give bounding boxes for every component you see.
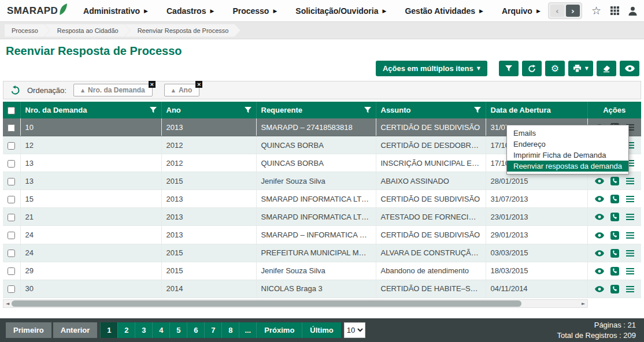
menu-processo[interactable]: Processo▶ (232, 6, 277, 16)
menu-gestao-atividades[interactable]: Gestão Atividades▶ (405, 6, 483, 16)
back-icon[interactable]: ‹ (550, 5, 564, 17)
menu-cadastros[interactable]: Cadastros▶ (166, 6, 214, 16)
row-checkbox[interactable] (8, 142, 15, 150)
contact-phone-icon[interactable] (610, 177, 619, 185)
favorites-button[interactable]: ☆ (591, 5, 601, 16)
settings-button[interactable]: ⚙ (545, 61, 565, 76)
table-row[interactable]: 13 2015 Jenifer Souza Silva ABAIXO ASSIN… (3, 172, 641, 190)
sort-chip-ano[interactable]: ▲ Ano × (164, 84, 199, 96)
table-row[interactable]: 24 2013 SMARAPD – INFORMATICA – 27... CE… (3, 226, 641, 244)
row-checkbox[interactable] (8, 285, 15, 293)
column-header-assunto[interactable]: Assunto (376, 102, 486, 118)
page-ellipsis[interactable]: ... (239, 322, 256, 338)
next-page-button[interactable]: Próximo (256, 322, 302, 338)
menu-administrativo[interactable]: Administrativo▶ (83, 6, 148, 16)
row-menu-icon[interactable] (626, 286, 634, 292)
page-button-6[interactable]: 6 (187, 322, 204, 338)
row-checkbox[interactable] (8, 124, 15, 132)
previous-page-button[interactable]: Anterior (53, 322, 98, 338)
context-item-reenviar-respostas[interactable]: Reenviar respostas da demanda (507, 161, 628, 172)
page-button-4[interactable]: 4 (152, 322, 169, 338)
row-checkbox[interactable] (8, 196, 15, 203)
table-row[interactable]: 24 2015 PREFEITURA MUNICIPAL MODELO ALVA… (3, 244, 641, 262)
page-button-3[interactable]: 3 (135, 322, 152, 338)
user-button[interactable] (628, 6, 637, 16)
first-page-button[interactable]: Primeiro (6, 322, 51, 338)
row-checkbox[interactable] (8, 250, 15, 257)
row-checkbox[interactable] (8, 160, 15, 168)
view-columns-button[interactable] (620, 61, 639, 76)
page-button-2[interactable]: 2 (117, 322, 135, 338)
contact-phone-icon[interactable] (610, 231, 619, 240)
page-button-5[interactable]: 5 (169, 322, 187, 338)
breadcrumb-reenviar-resposta[interactable]: Reenviar Resposta de Processo (125, 24, 240, 37)
filter-button[interactable] (499, 61, 519, 76)
app-logo[interactable]: SMARAPD (7, 5, 67, 17)
contact-phone-icon[interactable] (610, 195, 619, 203)
context-item-imprimir-ficha[interactable]: Imprimir Ficha de Demanda (507, 150, 628, 161)
view-eye-icon[interactable] (595, 178, 604, 184)
row-menu-icon[interactable] (626, 196, 634, 202)
row-checkbox[interactable] (8, 178, 15, 185)
menu-solicitacao-ouvidoria[interactable]: Solicitação/Ouvidoria▶ (295, 6, 386, 16)
forward-icon[interactable]: › (566, 5, 580, 17)
select-all-checkbox[interactable] (8, 107, 15, 114)
remove-sort-icon[interactable]: × (149, 81, 156, 88)
column-header-requerente[interactable]: Requerente (256, 102, 376, 118)
column-header-data-de-abertura[interactable]: Data de Abertura (486, 102, 587, 118)
column-filter-button[interactable] (150, 107, 157, 114)
row-checkbox[interactable] (8, 267, 15, 275)
row-menu-icon[interactable] (626, 268, 634, 274)
history-nav: ‹ › (548, 2, 582, 19)
cell-nro-da-demanda: 29 (20, 262, 161, 280)
row-menu-icon[interactable] (626, 250, 634, 256)
horizontal-scrollbar[interactable]: ◄ ► (3, 299, 588, 308)
remove-sort-icon[interactable]: × (195, 81, 202, 88)
page-button-8[interactable]: 8 (221, 322, 239, 338)
row-checkbox[interactable] (8, 232, 15, 239)
view-eye-icon[interactable] (595, 286, 604, 292)
view-eye-icon[interactable] (595, 268, 604, 274)
column-filter-button[interactable] (245, 107, 251, 114)
view-eye-icon[interactable] (595, 214, 604, 220)
reset-sort-button[interactable] (10, 86, 20, 95)
row-menu-icon[interactable] (626, 232, 634, 239)
column-header-nro-da-demanda[interactable]: Nro. da Demanda (20, 102, 161, 118)
print-button[interactable]: ▼ (568, 61, 593, 76)
scroll-left-icon[interactable]: ◄ (3, 300, 12, 307)
clear-filters-button[interactable] (597, 61, 616, 76)
view-eye-icon[interactable] (595, 250, 604, 256)
table-row[interactable]: 15 2013 SMARAPD INFORMATICA LTDA CERTIDÃ… (3, 190, 641, 208)
row-menu-icon[interactable] (626, 214, 634, 220)
multi-actions-button[interactable]: Ações em múltiplos itens ▼ (376, 61, 487, 76)
context-item-emails[interactable]: Emails (507, 128, 628, 139)
contact-phone-icon[interactable] (610, 285, 619, 293)
page-size-select[interactable]: 10 (344, 322, 365, 338)
table-row[interactable]: 30 2014 NICOLAS Braga 3 CERTIDÃO DE HABI… (3, 280, 641, 298)
contact-phone-icon[interactable] (610, 213, 619, 221)
breadcrumb-processo[interactable]: Processo (5, 24, 50, 37)
contact-phone-icon[interactable] (610, 267, 619, 276)
scrollbar-thumb[interactable] (12, 300, 521, 307)
table-row[interactable]: 21 2013 SMARAPD INFORMATICA LTDA ATESTAD… (3, 208, 641, 226)
sort-chip-nro-da-demanda[interactable]: ▲ Nro. da Demanda × (73, 84, 153, 96)
page-button-1[interactable]: 1 (100, 322, 117, 338)
menu-arquivo[interactable]: Arquivo▶ (502, 6, 541, 16)
apps-grid-button[interactable] (610, 6, 619, 15)
contact-phone-icon[interactable] (610, 249, 619, 258)
column-filter-button[interactable] (364, 107, 371, 114)
column-filter-button[interactable] (474, 107, 481, 114)
view-eye-icon[interactable] (595, 196, 604, 202)
table-row[interactable]: 29 2015 Jenifer Souza Silva Abandono de … (3, 262, 641, 280)
breadcrumb-resposta-ao-cidadao[interactable]: Resposta ao Cidadão (45, 24, 130, 37)
refresh-button[interactable] (522, 61, 542, 76)
page-button-7[interactable]: 7 (204, 322, 221, 338)
column-label: Nro. da Demanda (25, 106, 87, 114)
row-checkbox[interactable] (8, 214, 15, 221)
view-eye-icon[interactable] (595, 232, 604, 239)
context-item-endereco[interactable]: Endereço (507, 139, 628, 150)
row-menu-icon[interactable] (626, 178, 634, 184)
column-header-ano[interactable]: Ano (161, 102, 256, 118)
last-page-button[interactable]: Último (302, 322, 340, 338)
scroll-right-icon[interactable]: ► (579, 300, 587, 307)
